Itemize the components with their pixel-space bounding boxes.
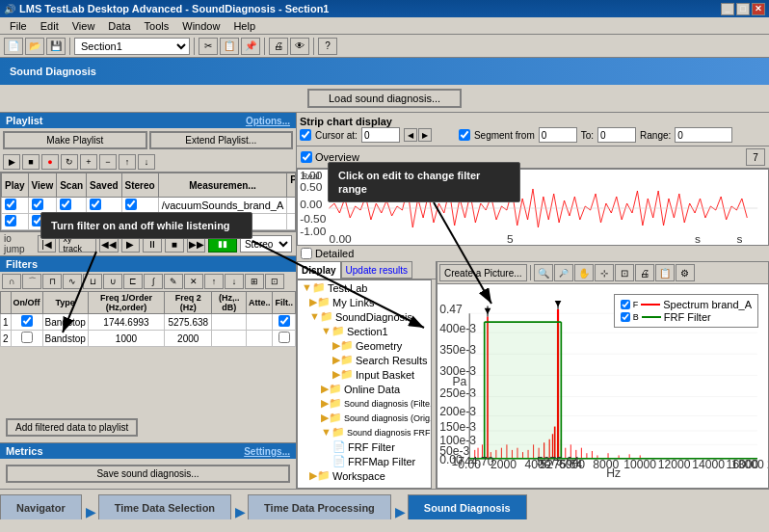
row2-scan[interactable] xyxy=(57,214,87,230)
maximize-btn[interactable]: □ xyxy=(736,3,750,15)
menu-window[interactable]: Window xyxy=(176,19,225,33)
preview-btn[interactable]: 👁 xyxy=(290,38,309,55)
rewind-btn[interactable]: ◀◀ xyxy=(99,235,119,253)
cursor-value-input[interactable] xyxy=(361,127,400,143)
cursor-left-btn[interactable]: ◀ xyxy=(404,128,417,142)
segment-from-input[interactable] xyxy=(539,127,577,143)
filter-type-6[interactable]: ∪ xyxy=(103,274,122,289)
playlist-options-link[interactable]: Options... xyxy=(246,116,290,126)
filter-row1-filt[interactable] xyxy=(273,314,296,331)
forward-btn[interactable]: ▶▶ xyxy=(187,235,206,253)
stop-transport-btn[interactable]: ■ xyxy=(165,235,184,253)
menu-help[interactable]: Help xyxy=(227,19,261,33)
row1-scan[interactable] xyxy=(57,198,87,214)
detailed-checkbox[interactable] xyxy=(301,248,312,259)
menu-edit[interactable]: Edit xyxy=(35,19,65,33)
menu-file[interactable]: File xyxy=(4,19,33,33)
overview-checkbox[interactable] xyxy=(301,151,312,163)
chart-autoscale[interactable]: ⊡ xyxy=(615,264,634,281)
row1-stereo[interactable] xyxy=(121,198,158,214)
row1-scan-check[interactable] xyxy=(60,199,71,210)
pause-btn[interactable]: ⏸ xyxy=(143,235,162,253)
up-icon[interactable]: ↑ xyxy=(119,154,136,170)
cut-btn[interactable]: ✂ xyxy=(199,38,218,55)
row1-saved-check[interactable] xyxy=(90,199,101,210)
row2-play[interactable] xyxy=(2,214,29,230)
filter-delete-btn[interactable]: ✕ xyxy=(184,274,203,289)
filter-type-2[interactable]: ⌒ xyxy=(22,274,41,289)
menu-data[interactable]: Data xyxy=(102,19,136,33)
chart-print[interactable]: 🖨 xyxy=(635,264,654,281)
display-tab[interactable]: Display xyxy=(297,261,341,279)
nav-tab-navigator[interactable]: Navigator xyxy=(0,494,82,519)
add-filtered-button[interactable]: Add filtered data to playlist xyxy=(6,418,138,437)
stereo-selector[interactable]: Stereo xyxy=(240,235,292,253)
filter-row1-check[interactable] xyxy=(21,315,33,327)
minimize-btn[interactable]: _ xyxy=(721,3,734,15)
row1-view-check[interactable] xyxy=(32,199,43,210)
tree-item-workspace[interactable]: ▶📁 Workspace xyxy=(298,468,431,483)
copy-btn[interactable]: 📋 xyxy=(220,38,239,55)
chart-pan[interactable]: ✋ xyxy=(574,264,594,281)
filter-type-8[interactable]: ∫ xyxy=(144,274,163,289)
filter-type-1[interactable]: ∩ xyxy=(2,274,21,289)
tree-item-mylinks[interactable]: ▶📁 My Links xyxy=(298,295,431,309)
tree-item-frf-filter[interactable]: 📄 FRF Filter xyxy=(298,439,431,454)
extend-playlist-button[interactable]: Extend Playlist... xyxy=(149,131,294,149)
segment-checkbox[interactable] xyxy=(459,129,470,141)
row2-stereo-check[interactable] xyxy=(125,215,137,226)
row2-view-check[interactable] xyxy=(32,215,43,226)
new-btn[interactable]: 📄 xyxy=(4,38,23,55)
tree-item-geometry[interactable]: ▶📁 Geometry xyxy=(298,338,431,353)
filter-info-btn[interactable]: ⊞ xyxy=(245,274,264,289)
filter-type-7[interactable]: ⊏ xyxy=(123,274,143,289)
chart-zoom-out[interactable]: 🔎 xyxy=(554,264,573,281)
filter-edit-btn[interactable]: ✎ xyxy=(164,274,183,289)
create-picture-button[interactable]: Create a Picture... xyxy=(439,264,527,281)
row2-saved-check[interactable] xyxy=(90,215,101,226)
row1-view[interactable] xyxy=(28,198,57,214)
filter-expand-btn[interactable]: ⊡ xyxy=(265,274,284,289)
tree-item-frfmap-filter[interactable]: 📄 FRFMap Filter xyxy=(298,454,431,468)
make-playlist-button[interactable]: Make Playlist xyxy=(3,131,147,149)
row2-view[interactable] xyxy=(28,214,57,230)
tree-item-onlinedata[interactable]: ▶📁 Online Data xyxy=(298,382,431,396)
tree-item-sounddiag-filter[interactable]: ▶📁 Sound diagnosis (Filte... xyxy=(298,396,431,411)
play-transport-btn[interactable]: ▶ xyxy=(121,235,141,253)
section-selector[interactable]: Section1 xyxy=(74,38,190,55)
filter-row2-filt[interactable] xyxy=(273,331,296,347)
paste-btn[interactable]: 📌 xyxy=(241,38,260,55)
open-btn[interactable]: 📂 xyxy=(25,38,44,55)
stop-icon[interactable]: ■ xyxy=(22,154,40,170)
filter-row1-filt-check[interactable] xyxy=(278,315,290,327)
tree-item-sounddiagnosis[interactable]: ▼📁 SoundDiagnosis xyxy=(298,309,431,324)
filter-row2-check[interactable] xyxy=(21,332,33,343)
down-icon[interactable]: ↓ xyxy=(138,154,155,170)
row1-play-check[interactable] xyxy=(5,199,16,210)
filter-type-3[interactable]: ⊓ xyxy=(42,274,62,289)
chart-settings[interactable]: ⚙ xyxy=(676,264,695,281)
filter-row1-onoff[interactable] xyxy=(11,314,42,331)
filter-type-4[interactable]: ∿ xyxy=(63,274,82,289)
cursor-checkbox[interactable] xyxy=(300,129,311,141)
row2-stereo[interactable] xyxy=(121,214,158,230)
row2-saved[interactable] xyxy=(87,214,121,230)
cursor-right-btn[interactable]: ▶ xyxy=(418,128,432,142)
io-jump-back-btn[interactable]: |◀ xyxy=(38,235,57,253)
legend-f-check[interactable] xyxy=(621,300,630,309)
row1-play[interactable] xyxy=(2,198,29,214)
row1-saved[interactable] xyxy=(87,198,121,214)
tree-item-section1[interactable]: ▼📁 Section1 xyxy=(298,324,431,338)
segment-to-input[interactable] xyxy=(597,127,636,143)
loop-icon[interactable]: ↻ xyxy=(61,154,78,170)
nav-tab-time-data-selection[interactable]: Time Data Selection xyxy=(98,494,231,519)
save-btn[interactable]: 💾 xyxy=(46,38,66,55)
nav-tab-sound-diagnosis[interactable]: Sound Diagnosis xyxy=(408,494,527,519)
tree-item-sounddiag-frf[interactable]: ▼📁 Sound diagnosis FRF xyxy=(298,425,431,439)
metrics-settings-link[interactable]: Settings... xyxy=(244,446,290,457)
range-input[interactable] xyxy=(675,127,732,143)
chart-zoom-in[interactable]: 🔍 xyxy=(534,264,553,281)
legend-b-check[interactable] xyxy=(621,312,630,322)
save-diagnosis-button[interactable]: Save sound diagnosis... xyxy=(6,465,290,483)
row2-scan-check[interactable] xyxy=(60,215,71,226)
